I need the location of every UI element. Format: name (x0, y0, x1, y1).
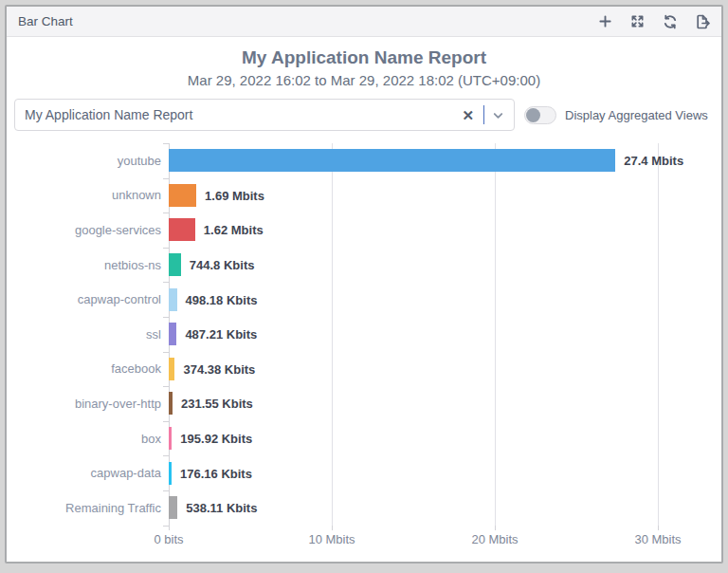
bar-track: 538.11 Kbits (169, 490, 714, 526)
value-label: 1.62 Mbits (204, 223, 264, 237)
bar-track: 27.4 Mbits (169, 143, 714, 178)
value-label: 487.21 Kbits (185, 327, 257, 342)
bar-remaining-traffic[interactable] (169, 496, 177, 519)
chart-row: youtube27.4 Mbits (14, 143, 714, 178)
bar-ssl[interactable] (169, 323, 176, 345)
expand-icon[interactable] (629, 13, 646, 29)
titlebar-icons (597, 13, 710, 29)
export-icon[interactable] (694, 13, 710, 29)
value-label: 176.16 Kbits (180, 466, 252, 480)
bar-facebook[interactable] (169, 358, 174, 380)
bar-capwap-data[interactable] (169, 462, 172, 485)
value-label: 498.18 Kbits (186, 292, 258, 306)
chart-row: unknown1.69 Mbits (14, 178, 714, 213)
chart-row: netbios-ns744.8 Kbits (14, 248, 714, 283)
controls-row: My Application Name Report ✕ Display Agg… (14, 99, 714, 131)
refresh-icon[interactable] (662, 13, 678, 29)
value-label: 1.69 Mbits (205, 188, 264, 202)
bar-track: 231.55 Kbits (169, 386, 714, 421)
bar-box[interactable] (169, 427, 172, 450)
clear-icon[interactable]: ✕ (460, 108, 476, 122)
category-label: google-services (14, 223, 161, 237)
category-label: capwap-data (14, 466, 161, 480)
toggle-knob (526, 108, 540, 122)
bar-netbios-ns[interactable] (169, 253, 181, 276)
aggregated-views-label: Display Aggregated Views (565, 108, 708, 122)
screen: Bar Chart My Application Name Report Mar… (0, 0, 728, 573)
chevron-down-icon[interactable] (492, 109, 504, 121)
bar-binary-over-http[interactable] (169, 392, 173, 415)
category-label: capwap-control (14, 292, 161, 306)
value-label: 195.92 Kbits (180, 432, 252, 446)
bar-chart-window: Bar Chart My Application Name Report Mar… (5, 5, 723, 564)
x-axis-label: 0 bits (154, 532, 183, 546)
bar-track: 487.21 Kbits (169, 317, 714, 352)
window-title: Bar Chart (18, 14, 73, 28)
report-title: My Application Name Report (7, 46, 721, 70)
bar-chart: youtube27.4 Mbitsunknown1.69 Mbitsgoogle… (14, 143, 714, 550)
value-label: 231.55 Kbits (181, 397, 253, 411)
bar-track: 1.62 Mbits (169, 213, 714, 248)
category-label: facebook (14, 361, 161, 376)
x-axis-label: 20 Mbits (471, 532, 518, 546)
report-header: My Application Name Report Mar 29, 2022 … (7, 37, 721, 91)
bar-track: 374.38 Kbits (169, 352, 714, 387)
value-label: 744.8 Kbits (190, 258, 255, 272)
chart-row: binary-over-http231.55 Kbits (14, 386, 714, 421)
report-select-value: My Application Name Report (25, 107, 460, 122)
chart-row: google-services1.62 Mbits (14, 213, 714, 248)
bar-track: 176.16 Kbits (169, 455, 714, 490)
category-label: binary-over-http (14, 397, 161, 411)
titlebar: Bar Chart (7, 7, 721, 37)
bar-youtube[interactable] (169, 149, 615, 172)
select-divider (483, 105, 484, 124)
chart-row: facebook374.38 Kbits (14, 352, 714, 387)
bar-track: 1.69 Mbits (169, 178, 714, 213)
aggregated-views-toggle[interactable] (524, 106, 556, 124)
category-label: ssl (14, 327, 161, 342)
chart-row: capwap-control498.18 Kbits (14, 282, 714, 317)
category-label: youtube (14, 154, 161, 168)
chart-row: box195.92 Kbits (14, 421, 714, 456)
bar-track: 744.8 Kbits (169, 248, 714, 283)
x-axis-label: 30 Mbits (634, 532, 681, 546)
add-icon[interactable] (597, 13, 613, 29)
category-label: netbios-ns (14, 258, 161, 272)
value-label: 27.4 Mbits (624, 154, 683, 168)
bar-track: 195.92 Kbits (169, 421, 714, 456)
category-label: unknown (14, 188, 161, 202)
chart-row: ssl487.21 Kbits (14, 317, 714, 352)
report-date-range: Mar 29, 2022 16:02 to Mar 29, 2022 18:02… (7, 70, 721, 91)
report-select[interactable]: My Application Name Report ✕ (14, 99, 515, 131)
x-axis: 0 bits10 Mbits20 Mbits30 Mbits (169, 526, 714, 550)
chart-rows: youtube27.4 Mbitsunknown1.69 Mbitsgoogle… (14, 143, 714, 526)
value-label: 374.38 Kbits (183, 361, 255, 376)
chart-row: capwap-data176.16 Kbits (14, 455, 714, 490)
value-label: 538.11 Kbits (186, 501, 257, 515)
chart-row: Remaining Traffic538.11 Kbits (14, 490, 714, 526)
bar-unknown[interactable] (169, 184, 196, 207)
category-label: box (14, 432, 161, 446)
category-label: Remaining Traffic (14, 501, 161, 515)
bar-google-services[interactable] (169, 218, 195, 241)
bar-track: 498.18 Kbits (169, 282, 714, 317)
x-axis-label: 10 Mbits (308, 532, 355, 546)
bar-capwap-control[interactable] (169, 288, 177, 311)
